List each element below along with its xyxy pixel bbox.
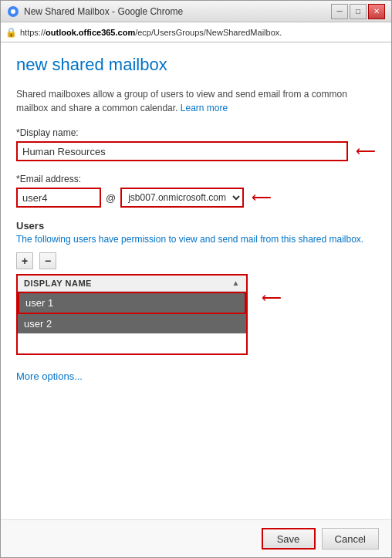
table-empty-row (18, 333, 246, 352)
users-arrow: ⟵ (262, 289, 282, 306)
user-name: user 2 (24, 318, 52, 330)
table-header: DISPLAY NAME ▲ (18, 276, 246, 292)
email-domain-select[interactable]: jsb007.onmicrosoft.com (120, 188, 244, 208)
email-local-input[interactable] (16, 188, 101, 208)
add-user-button[interactable]: + (16, 252, 33, 269)
footer-bar: Save Cancel (1, 519, 391, 557)
display-name-section: *Display name: ⟵ (16, 127, 376, 161)
display-name-row: ⟵ (16, 141, 376, 161)
page-content: new shared mailbox Shared mailboxes allo… (1, 42, 391, 519)
title-bar: New Shared Mailbox - Google Chrome ─ □ ✕ (1, 1, 391, 22)
table-row[interactable]: user 1 (18, 292, 246, 314)
display-name-arrow: ⟵ (356, 143, 376, 160)
minimize-button[interactable]: ─ (331, 4, 348, 19)
email-address-section: *Email address: @ jsb007.onmicrosoft.com… (16, 174, 376, 208)
url-display: https://outlook.office365.com/ecp/UsersG… (20, 28, 282, 37)
display-name-label: *Display name: (16, 127, 376, 138)
maximize-button[interactable]: □ (350, 4, 367, 19)
email-address-row: @ jsb007.onmicrosoft.com ⟵ (16, 188, 376, 208)
users-table: DISPLAY NAME ▲ user 1 user 2 (16, 274, 248, 355)
window-controls: ─ □ ✕ (331, 4, 385, 19)
email-arrow: ⟵ (252, 189, 272, 206)
description-text: Shared mailboxes allow a group of users … (16, 87, 376, 115)
at-symbol: @ (101, 192, 120, 204)
url-domain: outlook.office365.com (46, 28, 135, 37)
browser-icon (7, 5, 19, 18)
address-bar: 🔒 https://outlook.office365.com/ecp/User… (1, 22, 391, 42)
users-title: Users (16, 220, 376, 232)
sort-icon: ▲ (232, 279, 240, 287)
window-title: New Shared Mailbox - Google Chrome (24, 6, 331, 17)
url-path: /ecp/UsersGroups/NewSharedMailbox. (135, 28, 282, 37)
user-name: user 1 (25, 297, 53, 309)
content-area: new shared mailbox Shared mailboxes allo… (1, 42, 391, 557)
cancel-button[interactable]: Cancel (322, 528, 379, 550)
display-name-input[interactable] (16, 141, 348, 161)
learn-more-link[interactable]: Learn more (181, 103, 228, 113)
more-options-link[interactable]: More options... (16, 370, 83, 382)
page-title: new shared mailbox (16, 55, 376, 75)
save-button[interactable]: Save (262, 528, 316, 550)
users-section: Users The following users have permissio… (16, 220, 376, 355)
remove-user-button[interactable]: − (39, 252, 56, 269)
url-prefix: https:// (20, 28, 46, 37)
column-header-label: DISPLAY NAME (24, 279, 92, 288)
lock-icon: 🔒 (5, 27, 17, 38)
table-row[interactable]: user 2 (18, 314, 246, 333)
user-controls: + − (16, 252, 376, 269)
table-body: user 1 user 2 (18, 292, 246, 353)
svg-point-1 (11, 9, 15, 14)
close-button[interactable]: ✕ (368, 4, 385, 19)
email-address-label: *Email address: (16, 174, 376, 184)
users-desc: The following users have permission to v… (16, 233, 376, 246)
